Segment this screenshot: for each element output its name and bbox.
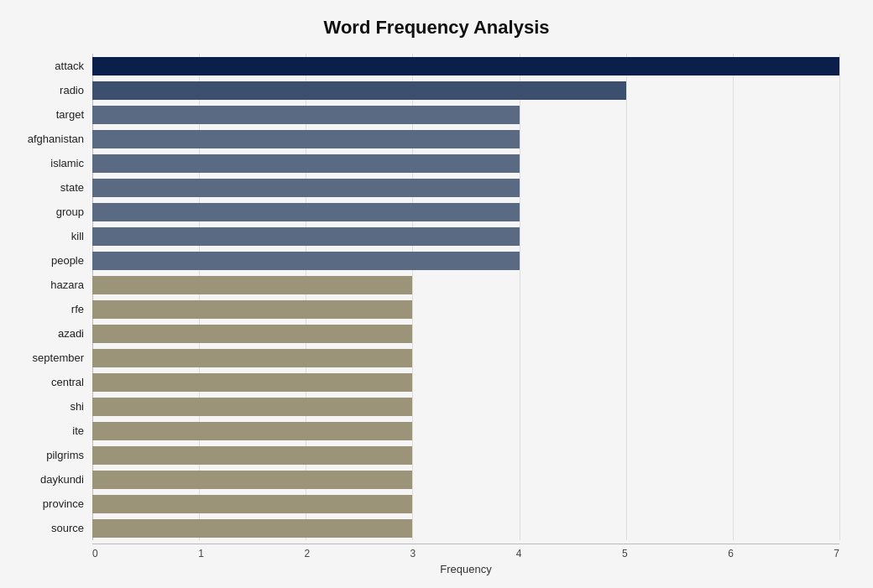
- bar-state: [92, 179, 520, 197]
- bar-afghanistan: [92, 130, 520, 148]
- bars-wrapper: attackradiotargetafghanistanislamicstate…: [92, 54, 839, 540]
- gridline: [839, 54, 840, 540]
- bar-row: group: [92, 200, 839, 224]
- bar-label: province: [13, 497, 92, 510]
- bar-shi: [92, 398, 412, 416]
- bar-province: [92, 495, 412, 513]
- bar-label: islamic: [13, 157, 92, 169]
- x-tick: 2: [304, 548, 310, 559]
- bar-rfe: [92, 300, 412, 319]
- bar-row: rfe: [92, 297, 839, 321]
- bar-track: [92, 273, 839, 297]
- bar-row: target: [92, 102, 839, 127]
- bar-row: radio: [92, 78, 839, 102]
- bar-track: [92, 54, 839, 78]
- bar-track: [92, 102, 839, 127]
- bar-track: [92, 127, 839, 151]
- bar-row: hazara: [92, 273, 839, 297]
- bar-islamic: [92, 154, 520, 173]
- bar-track: [92, 346, 839, 370]
- bar-label: september: [13, 351, 92, 364]
- bar-label: ite: [13, 424, 92, 437]
- bar-label: rfe: [13, 303, 92, 315]
- bar-track: [92, 516, 839, 540]
- bar-track: [92, 321, 839, 346]
- bar-attack: [92, 57, 839, 75]
- bar-label: attack: [13, 60, 92, 72]
- bar-label: pilgrims: [13, 449, 92, 461]
- bar-row: attack: [92, 54, 839, 78]
- bar-track: [92, 419, 839, 443]
- x-tick: 1: [198, 548, 204, 559]
- x-tick: 5: [622, 548, 628, 559]
- x-tick: 0: [92, 548, 98, 559]
- x-axis-label: Frequency: [92, 563, 839, 575]
- bar-label: radio: [13, 84, 92, 96]
- bar-azadi: [92, 325, 412, 343]
- bar-track: [92, 175, 839, 200]
- bar-track: [92, 78, 839, 102]
- bar-row: azadi: [92, 321, 839, 346]
- bar-row: islamic: [92, 151, 839, 175]
- bar-label: daykundi: [13, 473, 92, 486]
- bar-row: pilgrims: [92, 443, 839, 467]
- bar-track: [92, 394, 839, 419]
- x-axis: 01234567 Frequency: [92, 544, 839, 575]
- bar-label: group: [13, 206, 92, 218]
- x-axis-ticks: 01234567: [92, 544, 839, 559]
- bar-row: central: [92, 370, 839, 394]
- x-tick: 3: [410, 548, 416, 559]
- bar-daykundi: [92, 471, 412, 489]
- bar-hazara: [92, 276, 412, 294]
- bar-people: [92, 252, 520, 270]
- bar-row: shi: [92, 394, 839, 419]
- bar-row: state: [92, 175, 839, 200]
- bar-track: [92, 200, 839, 224]
- bar-track: [92, 248, 839, 273]
- bar-pilgrims: [92, 446, 412, 465]
- bar-group: [92, 203, 520, 221]
- bar-label: state: [13, 181, 92, 194]
- bar-row: province: [92, 492, 839, 516]
- bar-source: [92, 519, 412, 538]
- bar-row: kill: [92, 224, 839, 248]
- bar-row: people: [92, 248, 839, 273]
- bar-label: people: [13, 254, 92, 267]
- bar-label: shi: [13, 400, 92, 413]
- bar-radio: [92, 81, 626, 100]
- bar-track: [92, 492, 839, 516]
- bar-label: target: [13, 108, 92, 121]
- bar-track: [92, 297, 839, 321]
- x-tick: 6: [728, 548, 734, 559]
- bar-label: kill: [13, 230, 92, 242]
- bar-kill: [92, 227, 520, 246]
- bar-track: [92, 443, 839, 467]
- bar-track: [92, 370, 839, 394]
- x-tick: 4: [516, 548, 522, 559]
- bar-row: source: [92, 516, 839, 540]
- bar-label: afghanistan: [13, 133, 92, 145]
- chart-title: Word Frequency Analysis: [34, 17, 839, 39]
- bar-target: [92, 106, 520, 124]
- bar-row: afghanistan: [92, 127, 839, 151]
- bar-row: september: [92, 346, 839, 370]
- bar-central: [92, 373, 412, 392]
- bar-label: source: [13, 522, 92, 534]
- bar-track: [92, 151, 839, 175]
- bar-row: ite: [92, 419, 839, 443]
- bar-row: daykundi: [92, 467, 839, 492]
- bar-track: [92, 467, 839, 492]
- bar-ite: [92, 422, 412, 440]
- bar-label: hazara: [13, 278, 92, 291]
- chart-container: Word Frequency Analysis attackradiotarge…: [0, 0, 873, 588]
- bar-track: [92, 224, 839, 248]
- bar-september: [92, 349, 412, 367]
- bar-label: central: [13, 376, 92, 388]
- x-tick: 7: [834, 548, 839, 559]
- bar-label: azadi: [13, 327, 92, 340]
